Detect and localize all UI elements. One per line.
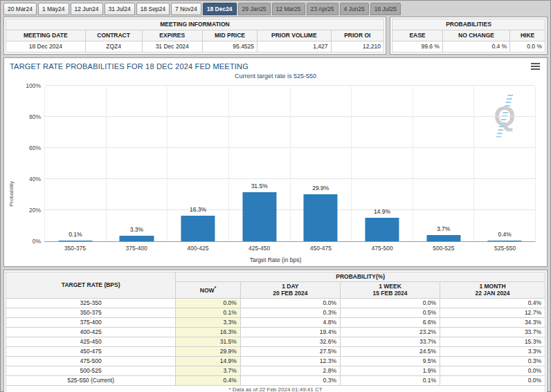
table-row: 325-3500.0%0.0%0.0%0.4% xyxy=(6,298,545,308)
cell-month: 0.0% xyxy=(440,366,545,375)
no-change-value: 0.4 % xyxy=(442,41,509,52)
cell-now: 0.0% xyxy=(176,298,240,308)
tab-1-may24[interactable]: 1 May24 xyxy=(38,3,69,15)
cell-day: 2.8% xyxy=(240,366,340,375)
cell-rate: 450-475 xyxy=(6,346,176,356)
cell-month: 0.0% xyxy=(440,375,545,385)
col-header-no-change: NO CHANGE xyxy=(442,30,509,41)
cell-week: 24.5% xyxy=(340,346,440,356)
mid-price-value: 95.4525 xyxy=(202,41,257,52)
bar-value-label: 0.1% xyxy=(69,231,82,238)
col-header-prior-oi: PRIOR OI xyxy=(331,30,383,41)
bar-slot: 3.7% xyxy=(413,86,474,241)
bar-value-label: 3.3% xyxy=(130,226,143,233)
table-row: 475-50014.9%12.3%9.5%0.3% xyxy=(6,356,545,366)
chart-panel: TARGET RATE PROBABILITIES FOR 18 DEC 202… xyxy=(3,57,548,267)
x-axis-tick-labels: 350-375375-400400-425425-450450-475475-5… xyxy=(44,245,536,252)
bar-value-label: 16.3% xyxy=(190,206,206,213)
cell-day: 0.0% xyxy=(240,298,340,308)
cell-rate: 525-550 (Current) xyxy=(6,375,176,385)
bar-500-525[interactable] xyxy=(426,235,460,241)
bar-525-550[interactable] xyxy=(488,241,522,241)
expires-value: 31 Dec 2024 xyxy=(142,41,202,52)
tab-7-nov24[interactable]: 7 Nov24 xyxy=(171,3,201,15)
prior-oi-value: 12,210 xyxy=(331,41,383,52)
cell-now: 14.9% xyxy=(176,356,240,366)
tab-23-apr25[interactable]: 23 Apr25 xyxy=(307,3,338,15)
cell-now: 16.3% xyxy=(176,327,240,337)
cell-day: 12.3% xyxy=(240,356,340,366)
bar-value-label: 3.7% xyxy=(437,225,450,232)
cell-rate: 500-525 xyxy=(6,366,176,375)
cell-month: 3.3% xyxy=(440,346,545,356)
meeting-info-panel: MEETING INFORMATION MEETING DATE CONTRAC… xyxy=(3,17,386,55)
tab-12-jun24[interactable]: 12 Jun24 xyxy=(71,3,103,15)
cell-month: 33.7% xyxy=(440,327,545,337)
bar-slot: 0.1% xyxy=(45,86,106,241)
bar-400-425[interactable] xyxy=(181,216,215,241)
tab-12-mar25[interactable]: 12 Mar25 xyxy=(272,3,305,15)
cell-week: 6.6% xyxy=(340,317,440,327)
cell-rate: 425-450 xyxy=(6,337,176,346)
cell-month: 0.4% xyxy=(440,298,545,308)
cell-week: 1.9% xyxy=(340,366,440,375)
bar-475-500[interactable] xyxy=(365,218,399,241)
y-tick-label: 0% xyxy=(33,238,41,245)
tab-29-jan25[interactable]: 29 Jan25 xyxy=(238,3,271,15)
col-header-ease: EASE xyxy=(392,30,443,41)
x-tick-label: 350-375 xyxy=(44,245,106,252)
cell-week: 0.1% xyxy=(340,375,440,385)
cell-month: 12.7% xyxy=(440,308,545,317)
col-header-contract: CONTRACT xyxy=(85,30,142,41)
tab-18-sep24[interactable]: 18 Sep24 xyxy=(136,3,170,15)
table-row: 450-47529.9%27.5%24.5%3.3% xyxy=(6,346,545,356)
meeting-date-value: 18 Dec 2024 xyxy=(6,41,86,52)
cell-now: 29.9% xyxy=(176,346,240,356)
tab-31-jul24[interactable]: 31 Jul24 xyxy=(105,3,135,15)
cell-day: 4.8% xyxy=(240,317,340,327)
tab-4-jun25[interactable]: 4 Jun25 xyxy=(340,3,369,15)
cell-rate: 325-350 xyxy=(6,298,176,308)
col-header-hike: HIKE xyxy=(510,30,545,41)
chart-title: TARGET RATE PROBABILITIES FOR 18 DEC 202… xyxy=(10,62,249,71)
bar-value-label: 14.9% xyxy=(374,208,390,215)
col-header-expires: EXPIRES xyxy=(142,30,202,41)
y-tick-label: 20% xyxy=(29,207,41,214)
bar-slot: 14.9% xyxy=(351,86,413,241)
hamburger-icon[interactable] xyxy=(530,62,541,71)
col-header-1-day: 1 DAY20 FEB 2024 xyxy=(240,281,340,298)
bar-slot: 31.5% xyxy=(228,86,290,241)
table-row: 350-3750.1%0.3%0.5%12.7% xyxy=(6,308,545,317)
tab-20-mar24[interactable]: 20 Mar24 xyxy=(3,3,37,15)
cell-day: 0.3% xyxy=(240,308,340,317)
col-header-1-week: 1 WEEK15 FEB 2024 xyxy=(340,281,440,298)
tab-16-jul25[interactable]: 16 Jul25 xyxy=(370,3,401,15)
cell-day: 19.4% xyxy=(240,327,340,337)
bar-375-400[interactable] xyxy=(120,236,154,241)
bar-425-450[interactable] xyxy=(242,192,276,241)
table-row: 525-550 (Current)0.4%0.3%0.1%0.0% xyxy=(6,375,545,385)
x-tick-label: 375-400 xyxy=(106,245,168,252)
cell-now: 3.7% xyxy=(176,366,240,375)
y-tick-label: 60% xyxy=(29,144,41,151)
bar-slot: 29.9% xyxy=(290,86,352,241)
bar-value-label: 29.9% xyxy=(312,185,329,192)
cell-day: 0.3% xyxy=(240,375,340,385)
tab-18-dec24[interactable]: 18 Dec24 xyxy=(203,3,237,15)
gridline xyxy=(45,85,535,86)
y-tick-label: 40% xyxy=(29,176,41,183)
prior-volume-value: 1,427 xyxy=(258,41,331,52)
bar-450-475[interactable] xyxy=(304,194,338,241)
plot-area: Q 0%20%40%60%80%100%0.1%3.3%16.3%31.5%29… xyxy=(44,86,536,242)
cell-month: 0.3% xyxy=(440,356,545,366)
fedwatch-page: 20 Mar241 May2412 Jun2431 Jul2418 Sep247… xyxy=(0,0,551,392)
top-info-row: MEETING INFORMATION MEETING DATE CONTRAC… xyxy=(3,17,548,55)
probability-table-panel: TARGET RATE (BPS) PROBABILITY(%) NOW* 1 … xyxy=(3,270,548,392)
col-header-now: NOW* xyxy=(176,281,240,298)
cell-week: 33.7% xyxy=(340,337,440,346)
col-header-prior-volume: PRIOR VOLUME xyxy=(258,30,331,41)
data-as-of-footnote: * Data as of 22 Feb 2024 01:49:41 CT xyxy=(6,385,545,392)
cell-rate: 350-375 xyxy=(6,308,176,317)
meeting-info-title: MEETING INFORMATION xyxy=(6,19,384,30)
bar-value-label: 0.4% xyxy=(498,231,512,238)
